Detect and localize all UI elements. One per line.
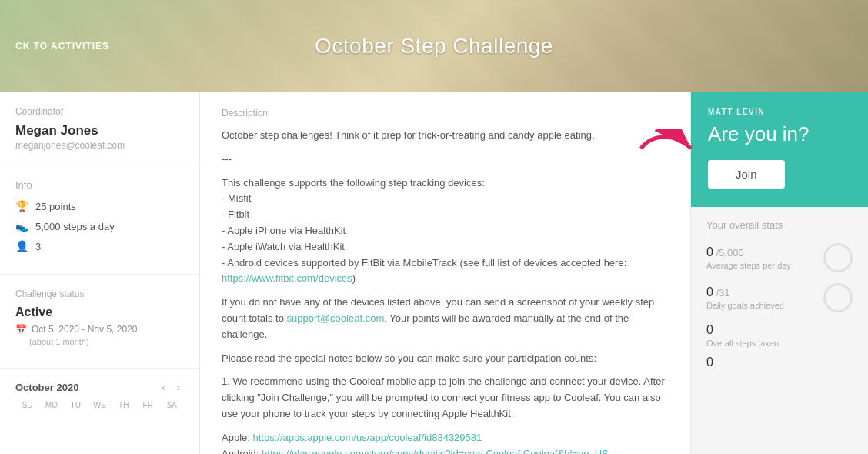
stat-overall-left: 0 Overall steps taken <box>706 323 779 348</box>
calendar-section: October 2020 ‹ › SU MO TU WE TH FR SA <box>0 369 199 423</box>
info-points: 🏆 25 points <box>15 200 184 212</box>
calendar-icon: 📅 <box>15 324 27 335</box>
coordinator-label: Coordinator <box>15 106 184 117</box>
coordinator-email: meganjones@cooleaf.com <box>15 140 184 151</box>
center-content: Description October step challenges! Thi… <box>200 92 691 454</box>
stat-extra-value: 0 <box>706 356 713 369</box>
back-link[interactable]: CK TO ACTIVITIES <box>15 41 109 52</box>
info-participants: 👤 3 <box>15 240 184 252</box>
day-tu: TU <box>64 401 88 409</box>
right-panel: MATT LEVIN Are you in? Join Your overall… <box>691 92 868 454</box>
stat-overall-label: Overall steps taken <box>706 339 779 348</box>
stat-overall-value: 0 <box>706 323 779 337</box>
status-date: Oct 5, 2020 - Nov 5, 2020 <box>32 324 137 335</box>
calendar-days-header: SU MO TU WE TH FR SA <box>15 401 184 409</box>
stat-row-overall: 0 Overall steps taken <box>706 323 853 348</box>
join-button[interactable]: Join <box>708 160 785 189</box>
stat-row-avg-steps: 0 /5,000 Average steps per day <box>706 243 853 272</box>
stat-overall-val: 0 <box>706 323 713 336</box>
page-title: October Step Challenge <box>315 34 553 58</box>
stat-goals-label: Daily goals achieved <box>706 301 784 310</box>
stats-section: Your overall stats 0 /5,000 Average step… <box>691 207 868 454</box>
main-layout: Coordinator Megan Jones meganjones@coole… <box>0 92 868 454</box>
stat-avg-val: 0 <box>706 245 713 259</box>
person-icon: 👤 <box>15 240 29 252</box>
description-body: October step challenges! Think of it pre… <box>222 128 669 454</box>
status-about: (about 1 month) <box>15 337 184 346</box>
stat-goals-total: /31 <box>713 287 730 299</box>
info-participants-text: 3 <box>35 241 41 252</box>
stat-row-extra: 0 <box>706 356 853 369</box>
info-section: Info 🏆 25 points 👟 5,000 steps a day 👤 3 <box>0 165 199 275</box>
android-link[interactable]: https://play.google.com/store/apps/detai… <box>262 448 609 454</box>
desc-para-6: Apple: https://apps.apple.com/us/app/coo… <box>222 430 669 454</box>
day-su: SU <box>15 401 39 409</box>
day-sa: SA <box>160 401 184 409</box>
stat-extra-left: 0 <box>706 356 713 369</box>
info-points-text: 25 points <box>35 201 76 212</box>
calendar-header: October 2020 ‹ › <box>15 379 184 395</box>
desc-divider: --- <box>222 152 669 168</box>
steps-icon: 👟 <box>15 220 29 232</box>
desc-para-2: This challenge supports the following st… <box>222 175 669 288</box>
stat-avg-total: /5,000 <box>713 247 744 259</box>
day-mo: MO <box>39 401 63 409</box>
stat-avg-circle <box>823 243 853 272</box>
status-date-row: 📅 Oct 5, 2020 - Nov 5, 2020 <box>15 324 184 335</box>
status-value: Active <box>15 305 184 319</box>
day-we: WE <box>88 401 112 409</box>
hero-banner: CK TO ACTIVITIES October Step Challenge <box>0 0 868 92</box>
info-label: Info <box>15 179 184 191</box>
stat-avg-label: Average steps per day <box>706 261 791 270</box>
challenge-status-section: Challenge status Active 📅 Oct 5, 2020 - … <box>0 275 199 369</box>
info-steps: 👟 5,000 steps a day <box>15 220 184 232</box>
calendar-month: October 2020 <box>15 382 78 393</box>
trophy-icon: 🏆 <box>15 200 29 212</box>
fitbit-link[interactable]: https://www.fitbit.com/devices <box>222 272 352 284</box>
calendar-next[interactable]: › <box>172 379 184 395</box>
day-fr: FR <box>135 401 159 409</box>
calendar-nav: ‹ › <box>158 379 184 395</box>
challenge-status-label: Challenge status <box>15 289 184 299</box>
desc-para-5: 1. We recommend using the Cooleaf mobile… <box>222 374 669 422</box>
desc-para-3: If you do not have any of the devices li… <box>222 295 669 342</box>
coordinator-section: Coordinator Megan Jones meganjones@coole… <box>0 92 199 165</box>
desc-para-4: Please read the special notes below so y… <box>222 351 669 367</box>
sidebar: Coordinator Megan Jones meganjones@coole… <box>0 92 200 454</box>
day-th: TH <box>112 401 135 409</box>
stats-title: Your overall stats <box>706 219 853 231</box>
stat-avg-steps-left: 0 /5,000 Average steps per day <box>706 245 791 270</box>
stat-goals-val: 0 <box>706 285 713 299</box>
join-username: MATT LEVIN <box>708 108 851 116</box>
coordinator-name: Megan Jones <box>15 123 184 139</box>
desc-para-1: October step challenges! Think of it pre… <box>222 128 669 144</box>
stat-row-goals: 0 /31 Daily goals achieved <box>706 283 853 312</box>
calendar-prev[interactable]: ‹ <box>158 379 169 395</box>
stat-avg-steps-value: 0 /5,000 <box>706 245 791 259</box>
stat-goals-left: 0 /31 Daily goals achieved <box>706 285 784 310</box>
stat-goals-value: 0 /31 <box>706 285 784 299</box>
description-label: Description <box>222 108 669 119</box>
join-headline: Are you in? <box>708 122 851 146</box>
stat-goals-circle <box>823 283 853 312</box>
stat-extra-val: 0 <box>706 356 713 369</box>
apple-link[interactable]: https://apps.apple.com/us/app/cooleaf/id… <box>252 432 482 443</box>
support-email-link[interactable]: support@cooleaf.com <box>287 312 385 324</box>
info-steps-text: 5,000 steps a day <box>35 221 115 232</box>
join-card: MATT LEVIN Are you in? Join <box>691 92 868 207</box>
